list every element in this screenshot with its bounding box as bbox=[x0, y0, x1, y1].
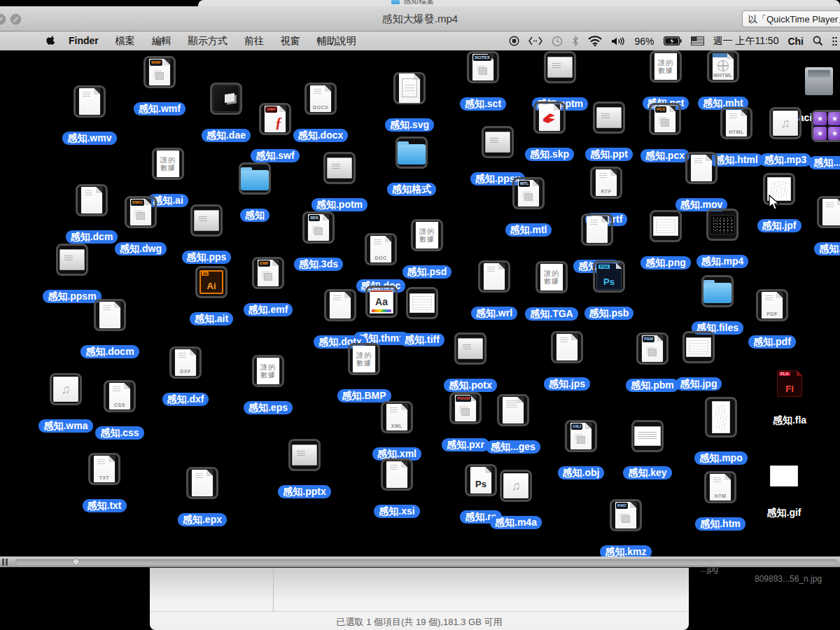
code-brackets-icon[interactable] bbox=[528, 36, 542, 46]
volume-icon[interactable] bbox=[611, 36, 626, 46]
menubar-clock[interactable]: 週一 上午11:50 bbox=[713, 35, 779, 48]
video-title: 感知大爆發.mp4 bbox=[0, 13, 840, 26]
finder-window-bottom[interactable]: 已選取 1 個項目(共 19 個),181.3 GB 可用 bbox=[150, 567, 689, 630]
menu-item-1[interactable]: 檔案 bbox=[107, 31, 144, 50]
apple-menu-icon[interactable] bbox=[46, 36, 56, 47]
menubar: Finder檔案編輯顯示方式前往視窗輔助說明 bbox=[0, 31, 840, 50]
time-machine-icon[interactable] bbox=[552, 36, 563, 47]
video-desktop-area bbox=[0, 50, 840, 556]
spotlight-search-icon[interactable] bbox=[813, 36, 823, 46]
battery-icon[interactable] bbox=[664, 36, 682, 46]
titlebar: 感知大爆發.mp4 以「QuickTime Player」開啟 bbox=[0, 6, 840, 31]
menu-item-0[interactable]: Finder bbox=[60, 31, 107, 50]
menu-item-6[interactable]: 輔助說明 bbox=[309, 31, 365, 50]
screen-recording-stop-icon[interactable] bbox=[509, 36, 519, 46]
menu-item-3[interactable]: 顯示方式 bbox=[180, 31, 236, 50]
menu-item-5[interactable]: 視窗 bbox=[272, 31, 309, 50]
input-source-flag-icon[interactable] bbox=[691, 36, 704, 46]
battery-percentage: 96% bbox=[635, 36, 654, 47]
mouse-cursor bbox=[769, 195, 780, 211]
menu-item-2[interactable]: 編輯 bbox=[144, 31, 180, 50]
menubar-status-area: 96% 週一 上午11:50 Chi bbox=[509, 35, 840, 48]
open-with-quicktime-button[interactable]: 以「QuickTime Player」開啟 bbox=[742, 10, 840, 27]
statusbar-divider bbox=[150, 611, 689, 612]
background-tab-title: 感知檔案 bbox=[403, 0, 434, 6]
playback-control-bar bbox=[0, 556, 840, 568]
folder-icon bbox=[391, 0, 400, 4]
menu-item-4[interactable]: 前往 bbox=[236, 31, 272, 50]
finder-status-text: 已選取 1 個項目(共 19 個),181.3 GB 可用 bbox=[150, 616, 689, 629]
seek-handle[interactable] bbox=[71, 557, 80, 566]
background-window-tab[interactable]: 感知檔案 bbox=[198, 0, 840, 6]
notification-center-icon[interactable] bbox=[832, 36, 837, 46]
screen: 感知檔案 感知大爆發.mp4 以「QuickTime Player」開啟 Fin… bbox=[0, 0, 840, 630]
menu-list: Finder檔案編輯顯示方式前往視窗輔助說明 bbox=[0, 31, 365, 50]
sidebar-divider bbox=[273, 567, 274, 611]
seek-bar[interactable] bbox=[15, 559, 837, 565]
input-source-label[interactable]: Chi bbox=[788, 36, 804, 47]
pause-button[interactable] bbox=[2, 559, 10, 566]
bluetooth-icon[interactable] bbox=[572, 36, 579, 46]
wifi-icon[interactable] bbox=[588, 36, 602, 46]
background-filename: 809893...56_n.jpg bbox=[755, 574, 822, 584]
